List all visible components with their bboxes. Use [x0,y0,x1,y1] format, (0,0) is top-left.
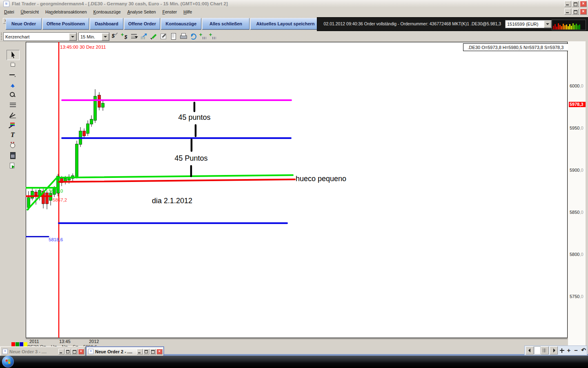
toolbar-button-aktuelles-layout-speichern[interactable]: Aktuelles Layout speichern [250,18,321,29]
window-title: Flat Trader - georgmindermann4 - [.DE30 … [12,1,228,6]
toolbar-button-alles-schlie-en[interactable]: Alles schließen [202,18,249,29]
dollar-pencil-button[interactable] [110,32,119,40]
line-tool-button[interactable] [7,70,19,79]
close-button[interactable] [78,349,84,355]
zoom-tool-button[interactable] [7,90,19,99]
edit-box-button[interactable] [159,32,168,40]
minimized-window-neueorder3[interactable]: Neue Order 3 - .... [0,346,86,357]
candle-body [83,131,86,136]
chart-type-select[interactable]: Kerzenchart [3,32,77,41]
plot-border [26,42,568,338]
maximize-button[interactable] [150,349,156,355]
account-select[interactable]: 1516599 (EUR) [505,20,552,28]
chevron-down-icon[interactable] [102,33,109,40]
mdi-restore-button[interactable] [572,9,579,15]
close-icon [78,349,84,354]
zoom-out-button[interactable] [572,347,579,354]
toolbar-button-kontoausz-ge[interactable]: Kontoauszüge [161,18,201,29]
add-chart-button[interactable] [198,32,207,40]
scroll-left-button[interactable] [526,346,534,355]
last-price-tag: 5978,3 [569,102,586,107]
toolbar-button-dashboard[interactable]: Dashboard [90,18,123,29]
candle-body [102,103,105,107]
undo-button[interactable] [580,347,587,354]
mdi-minimize-button[interactable] [564,9,571,15]
menu-fenster[interactable]: Fenster [159,9,180,14]
price-axis[interactable]: 6000,05950,05900,05850,05800,05750,05978… [568,41,586,346]
minimized-window-neueorder2[interactable]: Neue Order 2 - .... [86,346,164,357]
line-icon [9,71,16,79]
add-study-button[interactable] [208,32,217,40]
cursor-tool-button[interactable] [7,50,20,60]
add-dollar-button[interactable] [120,32,129,40]
multiline-tool-button[interactable] [7,120,19,130]
chevron-down-icon[interactable] [544,20,551,28]
toolbar-button-neue-order[interactable]: Neue Order [6,18,42,29]
maximize-button[interactable] [71,349,78,355]
meter-bar [563,24,564,29]
document-button[interactable] [169,32,178,40]
close-button[interactable] [156,349,163,355]
alarm-icon [9,141,16,149]
zoom-in-button[interactable] [565,347,572,354]
add-study-icon [209,33,216,40]
meter-bar [553,26,554,29]
restore-button[interactable] [143,349,149,355]
candle-body [87,124,89,134]
annotation-text: dia 2.1.2012 [152,197,192,205]
minimize-button[interactable] [564,1,571,7]
refresh-clock-button[interactable] [189,32,197,40]
scroll-right-button[interactable] [550,346,558,355]
menu-bersicht[interactable]: Übersicht [18,9,42,14]
chart-plot[interactable]: 45 puntos45 Puntoshueco pequenodia 2.1.2… [26,41,568,346]
grid-dropdown-icon [131,33,138,40]
price-tick-label: 5800,0 [570,252,584,257]
menu-bar: DateiÜbersichtHandelstransaktionenKontoa… [0,7,588,17]
alarm-tool-button[interactable] [7,140,19,150]
crosshair-time-label: 13:45:00 30 Dez 2011 [60,45,106,49]
mdi-close-button[interactable] [580,9,587,15]
arrow-tool-button[interactable] [7,80,19,90]
arrow-left-icon [528,348,530,352]
send-tool-button[interactable] [7,161,19,170]
chevron-down-icon[interactable] [69,33,76,40]
hand-tool-button[interactable] [7,60,19,70]
meter-bar [566,25,567,29]
menu-hilfe[interactable]: Hilfe [180,9,195,14]
close-button[interactable] [580,1,587,7]
scrollbar-track[interactable] [534,346,541,355]
menu-analyseseiten[interactable]: Analyse Seiten [124,9,159,14]
close-icon [157,349,162,354]
start-button[interactable] [2,356,14,368]
toolbar-grip[interactable] [1,33,2,40]
trend-button[interactable] [140,32,148,40]
candle-body [98,95,101,108]
order-status-text: 02.01.2012 09:40:36 Order vollständig - … [324,21,501,26]
menu-kontoauszge[interactable]: Kontoauszüge [90,9,124,14]
fan-tool-button[interactable] [7,110,19,120]
restore-button[interactable] [572,1,579,7]
price-tick-label: 6000,0 [570,83,584,88]
green-pencil-button[interactable] [149,32,158,40]
restore-button[interactable] [65,349,71,355]
menu-datei[interactable]: Datei [1,9,18,14]
toolbar-button-offene-positionen[interactable]: Offene Positionen [42,18,89,29]
scrollbar-thumb[interactable] [541,346,549,355]
close-icon [580,9,586,14]
hand-icon [9,61,16,69]
calculator-tool-button[interactable] [7,150,19,160]
toolbar-button-offene-order[interactable]: Offene Order [124,18,160,29]
interval-select[interactable]: 15 Min. [78,32,109,41]
window-title: Neue Order 3 - .... [9,349,58,354]
text-tool-button[interactable] [7,130,19,140]
minimize-button[interactable] [58,349,65,355]
grid-dropdown-button[interactable] [130,32,138,40]
minimize-button[interactable] [137,349,143,355]
printer-button[interactable] [179,32,187,40]
menu-handelstransaktionen[interactable]: Handelstransaktionen [42,9,90,14]
pan-button[interactable] [558,347,565,354]
app-icon [88,349,94,354]
grid-tool-button[interactable] [7,100,19,110]
app-icon [2,349,8,354]
candle-body [46,193,49,204]
